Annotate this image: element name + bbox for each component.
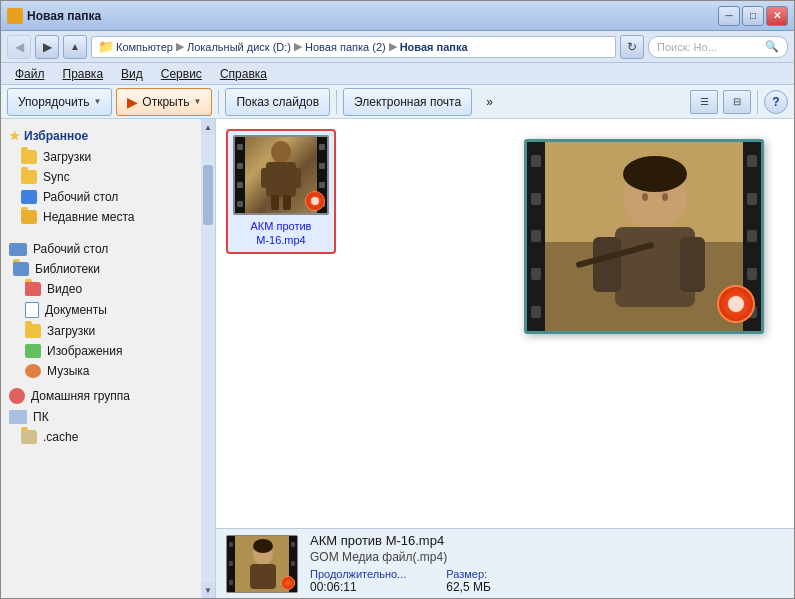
preview-image (545, 142, 743, 331)
sidebar-item-video[interactable]: Видео (1, 279, 201, 299)
cache-folder-icon (21, 430, 37, 444)
duration-label: Продолжительно... (310, 568, 406, 580)
sidebar: ★ Избранное Загрузки Sync Рабочий стол (1, 119, 216, 598)
sidebar-item-homegroup[interactable]: Домашняя группа (1, 385, 201, 407)
sidebar-item-downloads2[interactable]: Загрузки (1, 321, 201, 341)
open-chevron: ▼ (193, 97, 201, 106)
status-thumb-hole (291, 542, 295, 547)
preview-film-left (527, 142, 545, 331)
svg-point-13 (642, 193, 648, 201)
scrollbar-up-arrow[interactable]: ▲ (201, 119, 215, 135)
svg-rect-11 (680, 237, 705, 292)
film-hole (319, 144, 325, 150)
folder-icon (21, 210, 37, 224)
sidebar-scrollbar: ▲ ▼ (201, 119, 215, 598)
menu-file[interactable]: Файл (7, 65, 53, 83)
svg-point-0 (271, 141, 291, 163)
more-button[interactable]: » (476, 88, 503, 116)
address-bar: ◀ ▶ ▲ 📁 Компьютер ▶ Локальный диск (D:) … (1, 31, 794, 63)
search-placeholder: Поиск: Но... (657, 41, 717, 53)
computer-icon (9, 243, 27, 256)
window-title: Новая папка (27, 9, 101, 23)
favorites-title: ★ Избранное (1, 125, 201, 147)
sidebar-item-downloads[interactable]: Загрузки (1, 147, 201, 167)
view-details-button[interactable]: ⊟ (723, 90, 751, 114)
status-filetype: GOM Медиа файл(.mp4) (310, 550, 491, 564)
status-info: АКМ против М-16.mp4 GOM Медиа файл(.mp4)… (310, 533, 491, 594)
preview-film-hole (531, 306, 541, 318)
preview-gom-badge (717, 285, 755, 323)
svg-rect-3 (291, 168, 301, 188)
organize-chevron: ▼ (93, 97, 101, 106)
main-area: ★ Избранное Загрузки Sync Рабочий стол (1, 119, 794, 598)
back-button[interactable]: ◀ (7, 35, 31, 59)
forward-button[interactable]: ▶ (35, 35, 59, 59)
status-thumb-hole (229, 542, 233, 547)
up-button[interactable]: ▲ (63, 35, 87, 59)
menu-help[interactable]: Справка (212, 65, 275, 83)
sidebar-item-sync[interactable]: Sync (1, 167, 201, 187)
search-bar[interactable]: Поиск: Но... 🔍 (648, 36, 788, 58)
breadcrumb-folder[interactable]: Новая папка (400, 41, 468, 53)
docs-icon (25, 302, 39, 318)
status-thumb-film-left (227, 536, 235, 592)
divider-1 (1, 231, 201, 239)
sidebar-item-docs[interactable]: Документы (1, 299, 201, 321)
slideshow-button[interactable]: Показ слайдов (225, 88, 330, 116)
sidebar-item-desktop[interactable]: Рабочий стол (1, 187, 201, 207)
email-button[interactable]: Электронная почта (343, 88, 472, 116)
folder-icon (21, 170, 37, 184)
breadcrumb-folder2[interactable]: Новая папка (2) (305, 41, 386, 53)
sidebar-item-music[interactable]: Музыка (1, 361, 201, 381)
sidebar-section-libraries: Библиотеки Видео Документы Загрузки (1, 259, 201, 381)
organize-button[interactable]: Упорядочить ▼ (7, 88, 112, 116)
search-icon[interactable]: 🔍 (765, 40, 779, 53)
bc-sep-1: ▶ (176, 40, 184, 53)
film-hole (237, 182, 243, 188)
breadcrumb-computer[interactable]: Компьютер (116, 41, 173, 53)
preview-film-hole (531, 230, 541, 242)
breadcrumb[interactable]: 📁 Компьютер ▶ Локальный диск (D:) ▶ Нова… (91, 36, 616, 58)
refresh-button[interactable]: ↻ (620, 35, 644, 59)
folder-icon (21, 150, 37, 164)
maximize-button[interactable]: □ (742, 6, 764, 26)
menu-view[interactable]: Вид (113, 65, 151, 83)
view-mode-button[interactable]: ☰ (690, 90, 718, 114)
sidebar-item-cache[interactable]: .cache (1, 427, 201, 447)
scrollbar-down-arrow[interactable]: ▼ (201, 582, 215, 598)
sidebar-item-images[interactable]: Изображения (1, 341, 201, 361)
close-button[interactable]: ✕ (766, 6, 788, 26)
file-item-akm[interactable]: АКМ против М-16.mp4 (226, 129, 336, 254)
status-duration: Продолжительно... 00:06:11 (310, 568, 406, 594)
organize-label: Упорядочить (18, 95, 89, 109)
sidebar-item-recent[interactable]: Недавние места (1, 207, 201, 227)
file-name: АКМ против М-16.mp4 (251, 219, 312, 248)
open-button[interactable]: ▶ Открыть ▼ (116, 88, 212, 116)
sidebar-item-desktop-2[interactable]: Рабочий стол (1, 239, 201, 259)
sidebar-item-libraries[interactable]: Библиотеки (1, 259, 201, 279)
svg-rect-2 (261, 168, 271, 188)
scrollbar-track[interactable] (201, 135, 215, 582)
status-thumb-hole (229, 561, 233, 566)
menu-bar: Файл Правка Вид Сервис Справка (1, 63, 794, 85)
sidebar-item-pc[interactable]: ПК (1, 407, 201, 427)
menu-edit[interactable]: Правка (55, 65, 112, 83)
svg-rect-10 (593, 237, 621, 292)
scrollbar-thumb[interactable] (203, 165, 213, 225)
person-svg (256, 140, 306, 210)
status-filename: АКМ против М-16.mp4 (310, 533, 491, 548)
menu-service[interactable]: Сервис (153, 65, 210, 83)
help-button[interactable]: ? (764, 90, 788, 114)
toolbar: Упорядочить ▼ ▶ Открыть ▼ Показ слайдов … (1, 85, 794, 119)
breadcrumb-disk[interactable]: Локальный диск (D:) (187, 41, 291, 53)
music-icon (25, 364, 41, 378)
file-thumbnail (233, 135, 329, 215)
svg-point-14 (662, 193, 668, 201)
film-hole (237, 163, 243, 169)
preview-film-hole (747, 193, 757, 205)
minimize-button[interactable]: ─ (718, 6, 740, 26)
film-hole (237, 144, 243, 150)
email-label: Электронная почта (354, 95, 461, 109)
svg-rect-18 (250, 564, 276, 589)
film-strip-left (235, 137, 245, 213)
